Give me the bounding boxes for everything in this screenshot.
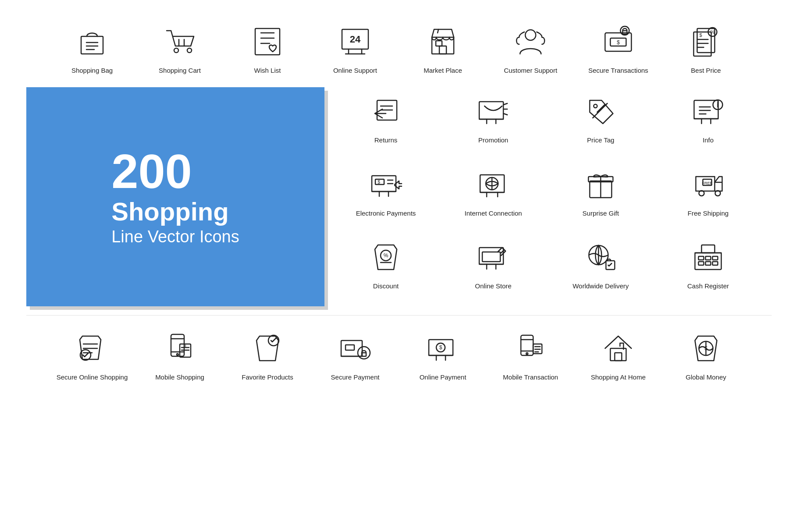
blue-box-title: Shopping [111, 198, 239, 226]
cash-register-icon [688, 238, 728, 277]
middle-right-grid: Returns Promotion [324, 87, 772, 306]
icon-cell-promotion: Promotion [449, 87, 537, 160]
icon-cell-wish-list: Wish List [224, 18, 311, 78]
icon-cell-price-tag: Price Tag [557, 87, 645, 160]
icon-cell-surprise-gift: Surprise Gift [557, 160, 645, 234]
svg-text:$: $ [439, 344, 442, 351]
svg-line-44 [597, 104, 605, 112]
shopping-at-home-label: Shopping At Home [591, 373, 645, 381]
internet-connection-label: Internet Connection [465, 209, 522, 217]
icon-cell-info: Info [664, 87, 752, 160]
svg-rect-15 [439, 46, 446, 54]
svg-line-37 [503, 103, 507, 105]
svg-rect-90 [698, 256, 704, 260]
price-tag-icon [581, 92, 620, 131]
customer-support-icon [511, 22, 550, 61]
internet-connection-icon [474, 165, 513, 204]
icon-cell-mobile-shopping: $ Mobile Shopping [136, 324, 224, 385]
wish-list-icon [248, 22, 287, 61]
svg-line-39 [503, 113, 507, 115]
svg-point-43 [594, 104, 597, 108]
svg-rect-95 [712, 262, 718, 265]
electronic-payments-icon: $ [366, 165, 406, 204]
info-label: Info [702, 136, 713, 144]
icon-cell-secure-payment: Secure Payment [311, 324, 399, 385]
global-money-label: Global Money [686, 373, 727, 381]
free-shipping-label: Free Shipping [688, 209, 728, 217]
best-price-icon: % $ [686, 22, 726, 61]
returns-icon [366, 92, 406, 131]
icon-cell-electronic-payments: $ Electronic Payments [342, 160, 430, 234]
svg-rect-93 [698, 262, 704, 265]
wish-list-label: Wish List [254, 67, 281, 74]
top-icon-row: Shopping Bag Shopping Cart [26, 18, 772, 78]
svg-rect-91 [705, 256, 711, 260]
svg-text:$: $ [184, 343, 186, 348]
free-shipping-icon: FREE [688, 165, 728, 204]
svg-text:$: $ [617, 39, 620, 46]
surprise-gift-label: Surprise Gift [582, 209, 619, 217]
secure-online-shopping-label: Secure Online Shopping [57, 373, 128, 381]
secure-payment-label: Secure Payment [331, 373, 380, 381]
icon-cell-secure-transactions: $ Secure Transactions [574, 18, 662, 78]
icon-cell-cash-register: Cash Register [664, 233, 752, 306]
mobile-transaction-icon [511, 329, 550, 368]
svg-rect-0 [81, 36, 103, 54]
svg-text:$: $ [705, 345, 708, 351]
cash-register-label: Cash Register [687, 282, 729, 290]
secure-payment-icon [335, 329, 375, 368]
svg-point-105 [177, 354, 178, 355]
discount-label: Discount [373, 282, 399, 290]
blue-box-subtitle: Line Vector Icons [111, 227, 239, 246]
secure-online-shopping-icon [72, 329, 112, 368]
icon-cell-discount: % Discount [342, 233, 430, 306]
svg-rect-131 [615, 353, 622, 361]
blue-box: 200 Shopping Line Vector Icons [26, 87, 324, 306]
svg-rect-96 [702, 245, 715, 253]
customer-support-label: Customer Support [504, 67, 557, 74]
price-tag-label: Price Tag [587, 136, 614, 144]
shopping-cart-label: Shopping Cart [159, 67, 201, 74]
svg-rect-45 [694, 100, 718, 119]
online-store-icon [474, 238, 513, 277]
icon-cell-customer-support: Customer Support [487, 18, 574, 78]
svg-rect-130 [610, 348, 626, 361]
icon-cell-internet-connection: Internet Connection [449, 160, 537, 234]
blue-box-content: 200 Shopping Line Vector Icons [111, 147, 239, 247]
online-support-label: Online Support [333, 67, 377, 74]
svg-point-4 [174, 48, 178, 53]
shopping-cart-icon [160, 22, 200, 61]
global-money-icon: $ [686, 329, 726, 368]
icon-cell-online-support: 24 Online Support [311, 18, 399, 78]
shopping-bag-label: Shopping Bag [71, 67, 113, 74]
online-payment-icon: $ [423, 329, 463, 368]
mobile-shopping-label: Mobile Shopping [155, 373, 204, 381]
online-store-label: Online Store [475, 282, 511, 290]
svg-point-5 [187, 48, 192, 53]
favorite-products-label: Favorite Products [242, 373, 293, 381]
discount-icon: % [366, 238, 406, 277]
favorite-products-icon [248, 329, 287, 368]
market-place-label: Market Place [424, 67, 462, 74]
blue-box-number: 200 [111, 147, 239, 195]
svg-rect-16 [436, 41, 442, 46]
shopping-at-home-icon [598, 329, 638, 368]
svg-rect-112 [346, 345, 354, 350]
icon-cell-shopping-at-home: Shopping At Home [574, 324, 662, 385]
promotion-icon [474, 92, 513, 131]
icon-cell-global-money: $ Global Money [662, 324, 750, 385]
electronic-payments-label: Electronic Payments [356, 209, 416, 217]
svg-rect-94 [705, 262, 711, 265]
icon-cell-shopping-cart: Shopping Cart [136, 18, 224, 78]
icon-cell-free-shipping: FREE Free Shipping [664, 160, 752, 234]
mobile-transaction-label: Mobile Transaction [503, 373, 558, 381]
worldwide-delivery-icon [581, 238, 620, 277]
icon-cell-shopping-bag: Shopping Bag [48, 18, 136, 78]
svg-point-18 [525, 30, 536, 40]
best-price-label: Best Price [691, 67, 721, 74]
icon-cell-worldwide-delivery: Worldwide Delivery [557, 233, 645, 306]
secure-transactions-icon: $ [598, 22, 638, 61]
online-support-icon: 24 [335, 22, 375, 61]
middle-section: 200 Shopping Line Vector Icons Re [26, 87, 772, 306]
icon-cell-market-place: Market Place [399, 18, 487, 78]
